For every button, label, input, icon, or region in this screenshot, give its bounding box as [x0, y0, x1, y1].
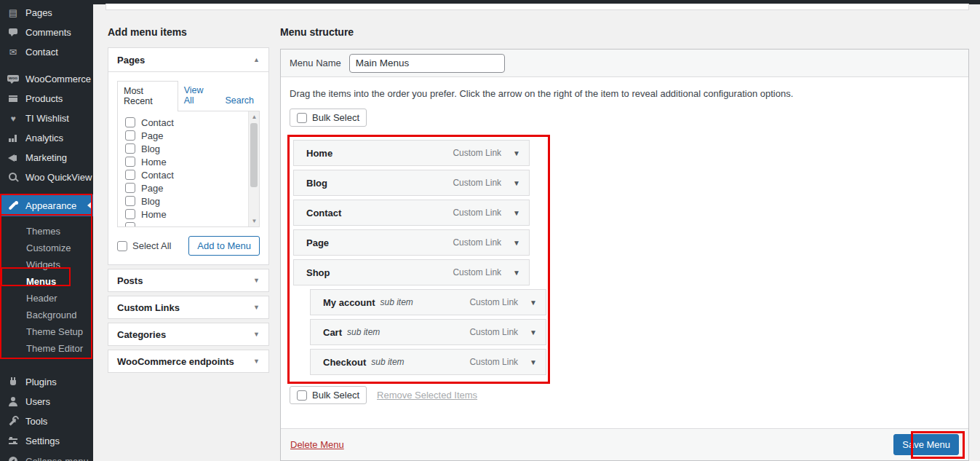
menu-item-contact[interactable]: ContactCustom Link	[293, 200, 530, 226]
tab-view-all[interactable]: View All	[178, 81, 220, 111]
chevron-down-icon	[253, 358, 260, 365]
menu-item-blog[interactable]: BlogCustom Link	[293, 170, 530, 196]
sidebar-subitem-menus[interactable]: Menus	[0, 273, 93, 290]
sidebar-subitem-background[interactable]: Background	[0, 307, 93, 323]
chevron-down-icon[interactable]	[513, 149, 520, 157]
scrollbar-thumb[interactable]	[250, 123, 258, 187]
scroll-up-arrow-icon[interactable]	[249, 111, 260, 122]
sidebar-subitem-theme-editor[interactable]: Theme Editor	[0, 340, 93, 357]
page-item-label: Blog	[141, 143, 160, 154]
select-all-checkbox[interactable]	[117, 241, 127, 251]
add-menu-items-title: Add menu items	[108, 26, 269, 38]
sidebar-item-pages[interactable]: Pages	[0, 3, 93, 23]
sidebar-item-analytics[interactable]: Analytics	[0, 128, 93, 148]
tools-icon	[7, 416, 19, 427]
chevron-down-icon[interactable]	[513, 269, 520, 277]
menu-item-checkout[interactable]: Checkoutsub itemCustom Link	[310, 349, 546, 375]
pages-accordion-header[interactable]: Pages	[108, 48, 268, 71]
scroll-down-arrow-icon[interactable]	[249, 216, 260, 226]
sidebar-item-label: Pages	[25, 7, 52, 18]
scrollbar[interactable]	[248, 111, 259, 226]
page-checkbox-row: Contact	[125, 170, 243, 180]
chevron-down-icon	[253, 277, 260, 284]
select-all-control[interactable]: Select All	[117, 240, 171, 251]
sidebar-subitem-themes[interactable]: Themes	[0, 223, 93, 240]
checkbox[interactable]	[125, 209, 135, 219]
sidebar-subitem-header[interactable]: Header	[0, 290, 93, 307]
checkbox[interactable]	[125, 222, 135, 227]
sidebar-item-contact[interactable]: Contact	[0, 42, 93, 62]
sidebar-item-marketing[interactable]: Marketing	[0, 148, 93, 168]
tab-most-recent[interactable]: Most Recent	[117, 81, 178, 111]
appearance-submenu: ThemesCustomizeWidgetsMenusHeaderBackgro…	[0, 216, 93, 366]
page-item-label: Page	[141, 130, 163, 141]
sidebar-item-appearance[interactable]: Appearance	[0, 194, 93, 216]
menu-item-home[interactable]: HomeCustom Link	[293, 140, 530, 166]
bulk-select-control-bottom[interactable]: Bulk Select	[290, 386, 367, 404]
sidebar-item-settings[interactable]: Settings	[0, 431, 93, 451]
sidebar-item-collapse-menu[interactable]: Collapse menu	[0, 452, 93, 461]
checkbox[interactable]	[125, 117, 135, 127]
plugins-icon	[7, 377, 19, 387]
sidebar-item-comments[interactable]: Comments	[0, 23, 93, 42]
pages-checklist: ContactPageBlogHomeContactPageBlogHome	[117, 111, 260, 227]
bulk-actions-row: Bulk Select Remove Selected Items	[290, 386, 968, 404]
chevron-down-icon[interactable]	[530, 358, 537, 366]
menu-items-list: HomeCustom LinkBlogCustom LinkContactCus…	[293, 140, 968, 375]
contact-icon	[7, 47, 19, 58]
sidebar-subitem-customize[interactable]: Customize	[0, 240, 93, 256]
sidebar-item-tools[interactable]: Tools	[0, 411, 93, 431]
wishlist-icon	[7, 113, 19, 124]
menu-item-type: Custom Link	[469, 327, 518, 337]
checkbox[interactable]	[125, 143, 135, 154]
add-to-menu-button[interactable]: Add to Menu	[188, 236, 260, 256]
menu-structure-panel: Menu Name Drag the items into the order …	[280, 49, 969, 461]
sidebar-item-products[interactable]: Products	[0, 89, 93, 109]
chevron-down-icon[interactable]	[513, 179, 520, 187]
sidebar-item-users[interactable]: Users	[0, 392, 93, 411]
delete-menu-link[interactable]: Delete Menu	[290, 439, 344, 450]
menu-item-label: Home	[306, 148, 332, 159]
sidebar-item-woo-quickview[interactable]: Woo QuickView	[0, 168, 93, 187]
sidebar-subitem-theme-setup[interactable]: Theme Setup	[0, 323, 93, 340]
accordion-posts[interactable]: Posts	[108, 269, 269, 292]
menu-item-type: Custom Link	[469, 357, 518, 367]
menu-item-label: Cart	[323, 327, 342, 338]
chevron-down-icon[interactable]	[530, 299, 537, 307]
checkbox[interactable]	[125, 130, 135, 141]
chevron-down-icon[interactable]	[530, 328, 537, 336]
remove-selected-items-link[interactable]: Remove Selected Items	[377, 390, 477, 401]
accordion-categories[interactable]: Categories	[108, 323, 269, 346]
tab-search[interactable]: Search	[219, 91, 260, 111]
checkbox[interactable]	[125, 183, 135, 193]
bulk-select-control-top[interactable]: Bulk Select	[290, 109, 367, 127]
bulk-select-checkbox[interactable]	[297, 390, 307, 401]
menu-item-my-account[interactable]: My accountsub itemCustom Link	[310, 289, 546, 315]
checkbox[interactable]	[125, 196, 135, 206]
sidebar-top-group: PagesCommentsContactWooCommerceProductsT…	[0, 0, 93, 187]
menu-item-shop[interactable]: ShopCustom Link	[293, 259, 530, 285]
accordion-custom-links[interactable]: Custom Links	[108, 296, 269, 319]
menu-structure-title: Menu structure	[280, 26, 354, 38]
collapse-icon	[7, 456, 19, 461]
sidebar-item-woocommerce[interactable]: WooCommerce	[0, 69, 93, 89]
chevron-down-icon[interactable]	[513, 239, 520, 247]
sidebar-item-label: Plugins	[25, 377, 57, 387]
sidebar-item-label: Woo QuickView	[25, 172, 92, 183]
submenu-pointer-icon	[87, 201, 92, 210]
menu-item-page[interactable]: PageCustom Link	[293, 229, 530, 256]
sidebar-item-label: TI Wishlist	[25, 113, 69, 124]
page-checkbox-row: Home	[125, 209, 243, 219]
checkbox[interactable]	[125, 170, 135, 180]
save-menu-button[interactable]: Save Menu	[893, 434, 959, 455]
drag-instruction-text: Drag the items into the order you prefer…	[290, 88, 960, 99]
chevron-down-icon[interactable]	[513, 209, 520, 217]
checkbox[interactable]	[125, 157, 135, 167]
menu-name-input[interactable]	[349, 54, 505, 73]
menu-item-cart[interactable]: Cartsub itemCustom Link	[310, 319, 546, 345]
sidebar-item-plugins[interactable]: Plugins	[0, 372, 93, 392]
bulk-select-checkbox[interactable]	[297, 113, 307, 123]
accordion-woocommerce-endpoints[interactable]: WooCommerce endpoints	[108, 350, 269, 373]
sidebar-item-ti-wishlist[interactable]: TI Wishlist	[0, 109, 93, 128]
sidebar-subitem-widgets[interactable]: Widgets	[0, 256, 93, 273]
